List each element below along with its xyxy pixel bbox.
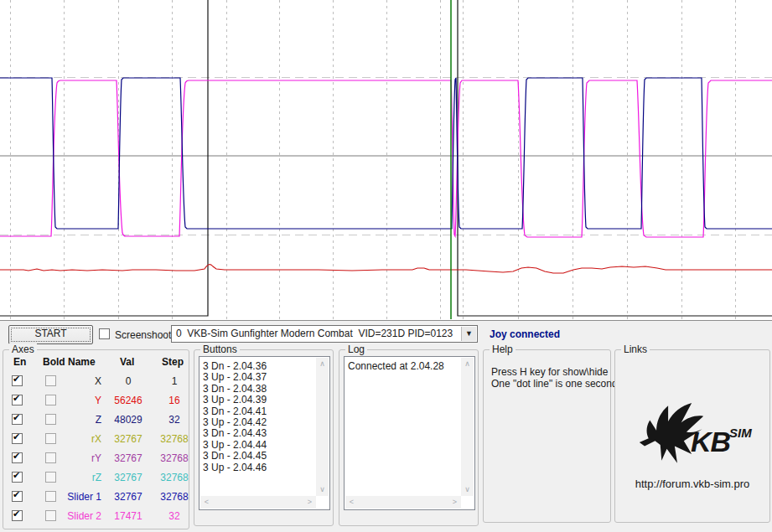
axis-step: 32768 <box>151 452 198 464</box>
axis-value: 32767 <box>104 433 153 445</box>
enable-checkbox[interactable]: ✔ <box>12 375 23 386</box>
axis-step: 32768 <box>151 491 198 503</box>
scroll-up-icon[interactable]: ∧ <box>461 358 474 370</box>
help-group-title: Help <box>490 343 516 355</box>
check-icon: ✔ <box>13 451 20 462</box>
device-select-value: 0 VKB-Sim Gunfighter Modern Combat VID=2… <box>176 328 453 339</box>
axis-value: 17471 <box>104 510 153 522</box>
axes-row-slider1: ✔ Slider 1 32767 32768 <box>3 491 189 504</box>
col-header-val: Val <box>120 356 134 368</box>
vkb-joy-tester-window: START Screenshoot 0 VKB-Sim Gunfighter M… <box>0 0 772 532</box>
links-group: Links KB SIM http://forum.vkb-sim.pro <box>614 349 770 523</box>
axis-name: Slider 2 <box>51 510 101 522</box>
axes-group: Axes En Bold Name Val Step ✔ X 0 1 ✔ Y 5… <box>3 349 189 529</box>
axis-value: 32767 <box>104 452 153 464</box>
status-joy-connected: Joy connected <box>490 328 560 340</box>
col-header-en: En <box>13 356 26 368</box>
axis-step: 1 <box>151 375 198 387</box>
list-item[interactable]: 3 Dn - 2.04.41 <box>203 406 315 417</box>
scope-display[interactable] <box>0 0 772 321</box>
forum-link[interactable]: http://forum.vkb-sim.pro <box>615 478 769 490</box>
list-item[interactable]: 3 Dn - 2.04.36 <box>203 361 315 372</box>
enable-checkbox[interactable]: ✔ <box>12 491 23 502</box>
scroll-left-icon[interactable]: < <box>200 496 213 509</box>
check-icon: ✔ <box>13 412 20 423</box>
check-icon: ✔ <box>13 431 20 442</box>
list-item[interactable]: 3 Up - 2.04.44 <box>203 440 315 451</box>
log-group-title: Log <box>345 343 367 355</box>
help-text-line: Press H key for show\hide <box>491 366 608 378</box>
axis-value: 48029 <box>104 414 153 426</box>
logo-sim-text: SIM <box>729 426 752 440</box>
check-icon: ✔ <box>13 470 20 481</box>
scroll-down-icon[interactable]: ∨ <box>461 483 474 496</box>
device-select[interactable]: 0 VKB-Sim Gunfighter Modern Combat VID=2… <box>171 325 478 343</box>
enable-checkbox[interactable]: ✔ <box>12 452 23 463</box>
axis-value: 0 <box>104 375 153 387</box>
axis-name: rZ <box>51 472 101 483</box>
buttons-event-items: 3 Dn - 2.04.36 3 Up - 2.04.37 3 Dn - 2.0… <box>203 361 315 495</box>
log-list[interactable]: Connected at 2.04.28 ∧ ∨ < > <box>344 356 475 510</box>
list-item[interactable]: 3 Dn - 2.04.45 <box>203 451 315 462</box>
axis-name: Z <box>51 414 101 426</box>
axes-group-title: Axes <box>9 343 37 355</box>
axis-name: Slider 1 <box>51 491 101 503</box>
list-item[interactable]: 3 Up - 2.04.37 <box>203 372 315 383</box>
scroll-right-icon[interactable]: > <box>448 496 461 509</box>
chevron-down-icon[interactable]: ▼ <box>461 327 476 341</box>
horizontal-scrollbar[interactable]: < > <box>345 496 461 509</box>
list-item[interactable]: 3 Up - 2.04.39 <box>203 395 315 405</box>
horizontal-scrollbar[interactable]: < > <box>200 496 316 509</box>
enable-checkbox[interactable]: ✔ <box>12 433 23 444</box>
axis-value: 32767 <box>104 491 153 503</box>
enable-checkbox[interactable]: ✔ <box>12 510 23 521</box>
col-header-step: Step <box>162 356 184 368</box>
buttons-event-list[interactable]: 3 Dn - 2.04.36 3 Up - 2.04.37 3 Dn - 2.0… <box>199 356 330 510</box>
list-item[interactable]: Connected at 2.04.28 <box>348 361 460 372</box>
axis-step: 32768 <box>151 472 198 483</box>
scroll-right-icon[interactable]: > <box>303 496 316 509</box>
col-header-bold: Bold <box>43 356 65 368</box>
help-text-line: One "dot line" is one second <box>491 378 618 390</box>
scope-canvas <box>0 0 772 320</box>
vkb-logo[interactable]: KB SIM <box>635 400 769 478</box>
axes-row-slider2: ✔ Slider 2 17471 32 <box>3 510 189 524</box>
axis-step: 32768 <box>151 433 198 445</box>
axis-step: 16 <box>151 395 198 406</box>
check-icon: ✔ <box>13 393 20 404</box>
axis-value: 56246 <box>104 395 153 406</box>
axes-row-x: ✔ X 0 1 <box>3 375 189 389</box>
axis-value: 32767 <box>104 472 153 483</box>
col-header-name: Name <box>68 356 96 368</box>
vertical-scrollbar[interactable]: ∧ ∨ <box>461 358 474 496</box>
list-item[interactable]: 3 Up - 2.04.46 <box>203 462 315 473</box>
scroll-left-icon[interactable]: < <box>345 496 358 509</box>
check-icon: ✔ <box>13 489 20 500</box>
links-group-title: Links <box>621 343 650 355</box>
axes-row-ry: ✔ rY 32767 32768 <box>3 452 189 466</box>
start-button[interactable]: START <box>8 325 93 344</box>
axis-step: 32 <box>151 510 198 522</box>
axis-name: rY <box>51 452 101 464</box>
enable-checkbox[interactable]: ✔ <box>12 395 23 405</box>
vertical-scrollbar[interactable]: ∧ ∨ <box>316 358 329 496</box>
logo-kb-text: KB <box>691 426 730 458</box>
list-item[interactable]: 3 Up - 2.04.42 <box>203 417 315 428</box>
scroll-up-icon[interactable]: ∧ <box>316 358 329 370</box>
check-icon: ✔ <box>13 374 20 385</box>
check-icon: ✔ <box>13 509 20 519</box>
buttons-group-title: Buttons <box>200 343 240 355</box>
enable-checkbox[interactable]: ✔ <box>12 472 23 483</box>
axis-step: 32 <box>151 414 198 426</box>
axes-row-z: ✔ Z 48029 32 <box>3 414 189 427</box>
list-item[interactable]: 3 Dn - 2.04.38 <box>203 384 315 395</box>
axis-name: Y <box>51 395 101 406</box>
help-group: Help Press H key for show\hide One "dot … <box>483 349 611 523</box>
enable-checkbox[interactable]: ✔ <box>12 414 23 425</box>
axes-row-rz: ✔ rZ 32767 32768 <box>3 472 189 485</box>
scroll-down-icon[interactable]: ∨ <box>316 483 329 496</box>
screenshoot-label: Screenshoot <box>115 329 171 341</box>
screenshoot-checkbox[interactable] <box>99 328 110 339</box>
list-item[interactable]: 3 Dn - 2.04.43 <box>203 428 315 439</box>
axis-name: rX <box>51 433 101 445</box>
